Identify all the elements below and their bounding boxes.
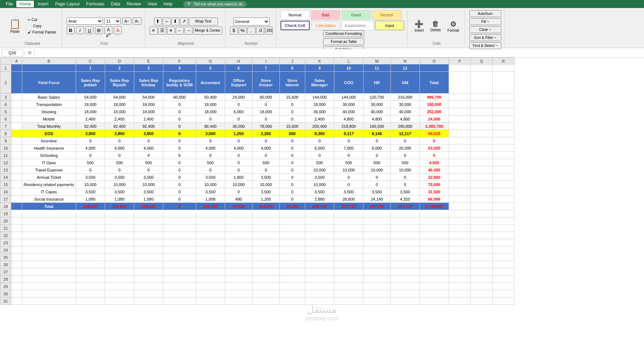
cell-f7[interactable]: 0 xyxy=(163,123,196,130)
cell-c11[interactable]: 0 xyxy=(76,152,105,159)
col-c-header[interactable]: C xyxy=(76,58,105,64)
cell-n3[interactable]: 216,000 xyxy=(390,94,420,101)
row-15-header[interactable]: 15 xyxy=(0,181,11,188)
increase-font-button[interactable]: A↑ xyxy=(122,17,131,25)
cell-j1[interactable]: 8 xyxy=(279,64,305,72)
good-style[interactable]: Good xyxy=(342,10,371,20)
cell-k8[interactable]: 8,350 xyxy=(305,130,334,137)
cell-f13[interactable]: 0 xyxy=(163,166,196,174)
cell-f9[interactable]: 0 xyxy=(163,137,196,145)
menu-formulas[interactable]: Formulas xyxy=(83,1,107,7)
cell-n5[interactable]: 40,000 xyxy=(390,108,420,115)
cell-r6[interactable] xyxy=(492,115,514,123)
cell-o5[interactable]: 252,000 xyxy=(420,108,449,115)
cell-p16[interactable] xyxy=(449,188,470,196)
cell-j8[interactable]: 650 xyxy=(279,130,305,137)
decrease-indent-button[interactable]: ← xyxy=(176,27,184,35)
cell-d2[interactable]: Sales Rep Riyadh xyxy=(105,72,134,94)
cell-c17[interactable]: 1,080 xyxy=(76,196,105,203)
cell-b5[interactable]: Housing xyxy=(22,108,76,115)
cell-m9[interactable]: 0 xyxy=(363,137,390,145)
cell-a1[interactable] xyxy=(11,64,22,72)
cell-c15[interactable]: 10,000 xyxy=(76,181,105,188)
cell-p5[interactable] xyxy=(449,108,470,115)
col-d-header[interactable]: D xyxy=(105,58,134,64)
wrap-text-button[interactable]: Wrap Text xyxy=(189,17,218,25)
cell-o10[interactable]: 63,000 xyxy=(420,145,449,152)
cell-l11[interactable]: 0 xyxy=(334,152,363,159)
font-color-button[interactable]: A xyxy=(114,26,122,34)
cell-i16[interactable]: 3,500 xyxy=(252,188,279,196)
row-1-header[interactable]: 1 xyxy=(0,64,11,72)
row-2-header[interactable]: 2 xyxy=(0,72,11,94)
cell-l4[interactable]: 30,000 xyxy=(334,101,363,108)
cell-n6[interactable]: 4,800 xyxy=(390,115,420,123)
cell-j17[interactable]: 0 xyxy=(279,196,305,203)
row-10-header[interactable]: 10 xyxy=(0,145,11,152)
cell-q4[interactable] xyxy=(470,101,492,108)
cell-r11[interactable] xyxy=(492,152,514,159)
cell-o4[interactable]: 180,000 xyxy=(420,101,449,108)
cell-q11[interactable] xyxy=(470,152,492,159)
cell-o17[interactable]: 66,068 xyxy=(420,196,449,203)
cell-l18[interactable]: 277,717 xyxy=(334,203,363,210)
cell-d11[interactable]: 0 xyxy=(105,152,134,159)
cell-d14[interactable]: 3,500 xyxy=(105,174,134,181)
row-22-header[interactable]: 22 xyxy=(0,232,11,239)
cell-m11[interactable]: 0 xyxy=(363,152,390,159)
row-8-header[interactable]: 8 xyxy=(0,130,11,137)
cell-i2[interactable]: Store Keeper xyxy=(252,72,279,94)
row-9-header[interactable]: 9 xyxy=(0,137,11,145)
cell-b16[interactable]: IT Capex xyxy=(22,188,76,196)
cell-m4[interactable]: 30,000 xyxy=(363,101,390,108)
cell-o9[interactable]: 0 xyxy=(420,137,449,145)
cell-a13[interactable] xyxy=(11,166,22,174)
cell-k7[interactable]: 200,400 xyxy=(305,123,334,130)
align-middle-button[interactable]: ↔ xyxy=(163,17,171,25)
row-26-header[interactable]: 26 xyxy=(0,261,11,268)
cell-l9[interactable]: 0 xyxy=(334,137,363,145)
cell-i13[interactable]: 0 xyxy=(252,166,279,174)
cell-d17[interactable]: 1,080 xyxy=(105,196,134,203)
cell-b13[interactable]: Travel Expense xyxy=(22,166,76,174)
cell-i18[interactable]: 103,950 xyxy=(252,203,279,210)
cell-q7[interactable] xyxy=(470,123,492,130)
cell-k13[interactable]: 10,000 xyxy=(305,166,334,174)
cell-j12[interactable]: 0 xyxy=(279,159,305,166)
cell-a16[interactable] xyxy=(11,188,22,196)
cell-l15[interactable]: 0 xyxy=(334,181,363,188)
cell-i17[interactable]: 1,200 xyxy=(252,196,279,203)
cell-o1[interactable] xyxy=(420,64,449,72)
cell-a17[interactable] xyxy=(11,196,22,203)
cell-j7[interactable]: 15,600 xyxy=(279,123,305,130)
cell-c18[interactable]: 118,830 xyxy=(76,203,105,210)
row-13-header[interactable]: 13 xyxy=(0,166,11,174)
cell-r13[interactable] xyxy=(492,166,514,174)
cell-f2[interactable]: Regulatory buddy & SOM xyxy=(163,72,196,94)
cell-k18[interactable]: 245,130 xyxy=(305,203,334,210)
cell-i6[interactable]: 0 xyxy=(252,115,279,123)
cell-d4[interactable]: 18,000 xyxy=(105,101,134,108)
cell-l13[interactable]: 10,000 xyxy=(334,166,363,174)
neutral-style[interactable]: Neutral xyxy=(372,10,401,20)
cell-p15[interactable] xyxy=(449,181,470,188)
cell-h13[interactable]: 0 xyxy=(225,166,252,174)
cell-b12[interactable]: IT Opex xyxy=(22,159,76,166)
decrease-font-button[interactable]: A↓ xyxy=(133,17,142,25)
cell-d10[interactable]: 4,000 xyxy=(105,145,134,152)
cell-g14[interactable]: 3,500 xyxy=(196,174,225,181)
cell-g10[interactable]: 4,000 xyxy=(196,145,225,152)
cell-g6[interactable]: 0 xyxy=(196,115,225,123)
cell-d6[interactable]: 2,400 xyxy=(105,115,134,123)
cell-j4[interactable]: 0 xyxy=(279,101,305,108)
cell-b11[interactable]: Schooling xyxy=(22,152,76,159)
cell-f10[interactable]: 0 xyxy=(163,145,196,152)
cell-p8[interactable] xyxy=(449,130,470,137)
cell-r17[interactable] xyxy=(492,196,514,203)
cell-a2[interactable] xyxy=(11,72,22,94)
cell-f4[interactable]: 0 xyxy=(163,101,196,108)
cell-r18[interactable] xyxy=(492,203,514,210)
cell-r5[interactable] xyxy=(492,108,514,115)
row-6-header[interactable]: 6 xyxy=(0,115,11,123)
cell-f14[interactable]: 0 xyxy=(163,174,196,181)
